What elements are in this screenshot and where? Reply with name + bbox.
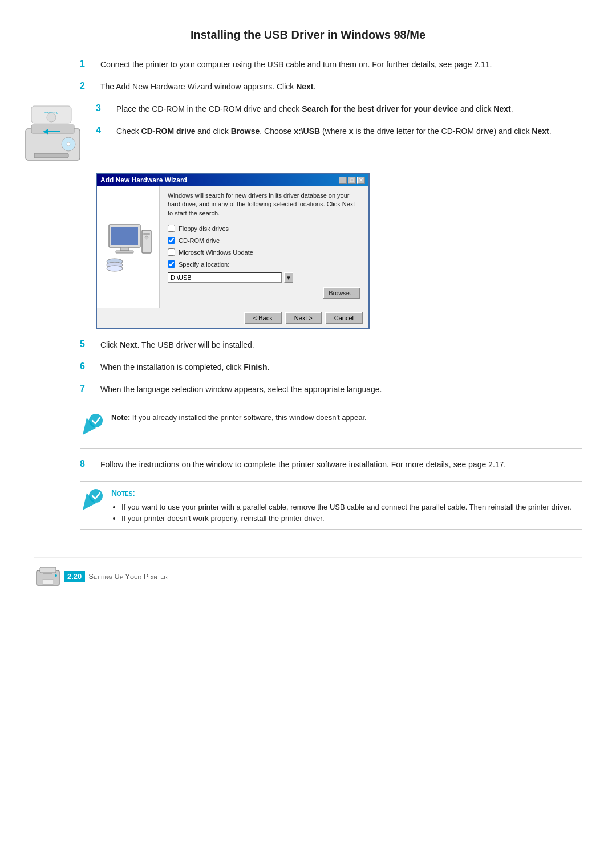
step-2-row: 2 The Add New Hardware Wizard window app… [80, 81, 582, 93]
add-new-hardware-dialog: Add New Hardware Wizard _ □ ✕ [96, 173, 370, 329]
steps-3-4: 3 Place the CD-ROM in the CD-ROM drive a… [96, 103, 582, 148]
step-7-row: 7 When the language selection window app… [80, 384, 582, 396]
cdrom-checkbox[interactable] [168, 237, 175, 244]
windows-update-checkbox[interactable] [168, 248, 175, 256]
specify-location-label: Specify a location: [179, 261, 229, 268]
step-8-number: 8 [80, 459, 96, 469]
floppy-checkbox-row: Floppy disk drives [168, 225, 360, 232]
browse-area: Browse... [168, 287, 360, 302]
windows-update-label: Microsoft Windows Update [179, 249, 253, 256]
note-box: Note: If you already installed the print… [80, 406, 582, 449]
note-text: If you already installed the printer sof… [132, 413, 367, 422]
svg-rect-15 [143, 233, 150, 235]
step-2-number: 2 [80, 81, 96, 91]
location-input[interactable] [168, 272, 282, 283]
step-3-row: 3 Place the CD-ROM in the CD-ROM drive a… [96, 103, 582, 115]
footer-printer-icon [34, 564, 64, 589]
footer-text: Setting Up Your Printer [88, 572, 168, 581]
step-4-row: 4 Check CD-ROM drive and click Browse. C… [96, 125, 582, 137]
notes-checkmark-icon [80, 487, 106, 516]
notes-content: Notes: If you want to use your printer w… [111, 487, 572, 524]
printer-svg: samsung [23, 103, 86, 166]
step-1-number: 1 [80, 59, 96, 69]
notes-item-1: If you want to use your printer with a p… [121, 502, 572, 513]
step-5-row: 5 Click Next. The USB driver will be ins… [80, 339, 582, 351]
dialog-content: Windows will search for new drivers in i… [97, 186, 368, 308]
location-dropdown-button[interactable]: ▼ [284, 272, 293, 283]
step-2-text: The Add New Hardware Wizard window appea… [100, 81, 582, 93]
svg-rect-11 [111, 227, 138, 245]
step-1-row: 1 Connect the printer to your computer u… [80, 59, 582, 71]
step-6-text: When the installation is completed, clic… [100, 361, 582, 373]
svg-point-7 [67, 142, 70, 146]
back-button[interactable]: < Back [244, 312, 282, 324]
note-icon [80, 412, 106, 442]
svg-point-28 [55, 574, 57, 577]
notes-list: If you want to use your printer with a p… [111, 502, 572, 524]
step-7-text: When the language selection window appea… [100, 384, 582, 396]
footer-page-number: 2.20 [64, 571, 85, 582]
step-5-text: Click Next. The USB driver will be insta… [100, 339, 582, 351]
notes-icon [80, 487, 106, 517]
svg-rect-13 [116, 251, 133, 253]
svg-point-19 [107, 266, 123, 271]
note-checkmark-icon [80, 412, 106, 441]
step-4-text: Check CD-ROM drive and click Browse. Cho… [116, 125, 582, 137]
step-3-number: 3 [96, 103, 112, 113]
svg-rect-5 [34, 153, 68, 158]
dialog-footer: < Back Next > Cancel [97, 308, 368, 328]
note-content: Note: If you already installed the print… [111, 412, 367, 423]
step-8-text: Follow the instructions on the window to… [100, 459, 582, 471]
page-title: Installing the USB Driver in Windows 98/… [34, 28, 582, 42]
dialog-right-panel: Windows will search for new drivers in i… [160, 186, 368, 308]
step-6-row: 6 When the installation is completed, cl… [80, 361, 582, 373]
dialog-maximize-button[interactable]: □ [348, 177, 356, 184]
note-label: Note: [111, 413, 130, 422]
floppy-checkbox[interactable] [168, 225, 175, 232]
svg-rect-26 [42, 580, 54, 584]
dialog-title-text: Add New Hardware Wizard [100, 176, 187, 184]
page-footer: 2.20 Setting Up Your Printer [34, 557, 582, 589]
step-3-text: Place the CD-ROM in the CD-ROM drive and… [116, 103, 582, 115]
browse-button[interactable]: Browse... [323, 287, 360, 299]
svg-point-21 [89, 414, 103, 427]
svg-point-16 [145, 236, 148, 239]
page-container: Installing the USB Driver in Windows 98/… [34, 28, 582, 589]
notes-item-2: If your printer doesn't work properly, r… [121, 513, 572, 524]
step-5-number: 5 [80, 339, 96, 349]
dialog-wrapper: Add New Hardware Wizard _ □ ✕ [96, 173, 582, 329]
dialog-left-panel [97, 186, 160, 308]
cancel-button[interactable]: Cancel [325, 312, 363, 324]
dialog-title-bar: Add New Hardware Wizard _ □ ✕ [97, 174, 368, 186]
dialog-description-text: Windows will search for new drivers in i… [168, 191, 360, 218]
svg-point-2 [47, 113, 56, 122]
footer-printer-svg [34, 564, 64, 588]
step-4-number: 4 [96, 125, 112, 136]
step-7-number: 7 [80, 384, 96, 394]
step-8-row: 8 Follow the instructions on the window … [80, 459, 582, 471]
notes-label: Notes: [111, 487, 572, 499]
dialog-title-buttons: _ □ ✕ [339, 177, 365, 184]
svg-point-23 [89, 489, 103, 503]
step-1-text: Connect the printer to your computer usi… [100, 59, 582, 71]
location-input-row: ▼ [168, 272, 360, 283]
svg-rect-25 [40, 567, 56, 573]
content-area: 1 Connect the printer to your computer u… [34, 59, 582, 540]
svg-rect-12 [120, 247, 129, 251]
specify-location-checkbox[interactable] [168, 260, 175, 268]
cdrom-checkbox-row: CD-ROM drive [168, 237, 360, 244]
floppy-label: Floppy disk drives [179, 225, 229, 232]
windows-update-checkbox-row: Microsoft Windows Update [168, 248, 360, 256]
notes-box: Notes: If you want to use your printer w… [80, 481, 582, 530]
computer-icon [103, 222, 153, 272]
steps-with-image: samsung 3 [80, 103, 582, 168]
dialog-minimize-button[interactable]: _ [339, 177, 347, 184]
cdrom-label: CD-ROM drive [179, 237, 220, 244]
svg-rect-27 [43, 573, 52, 574]
dialog-close-button[interactable]: ✕ [357, 177, 365, 184]
specify-location-checkbox-row: Specify a location: [168, 260, 360, 268]
step-6-number: 6 [80, 361, 96, 372]
printer-illustration: samsung [23, 103, 86, 168]
next-button[interactable]: Next > [285, 312, 322, 324]
